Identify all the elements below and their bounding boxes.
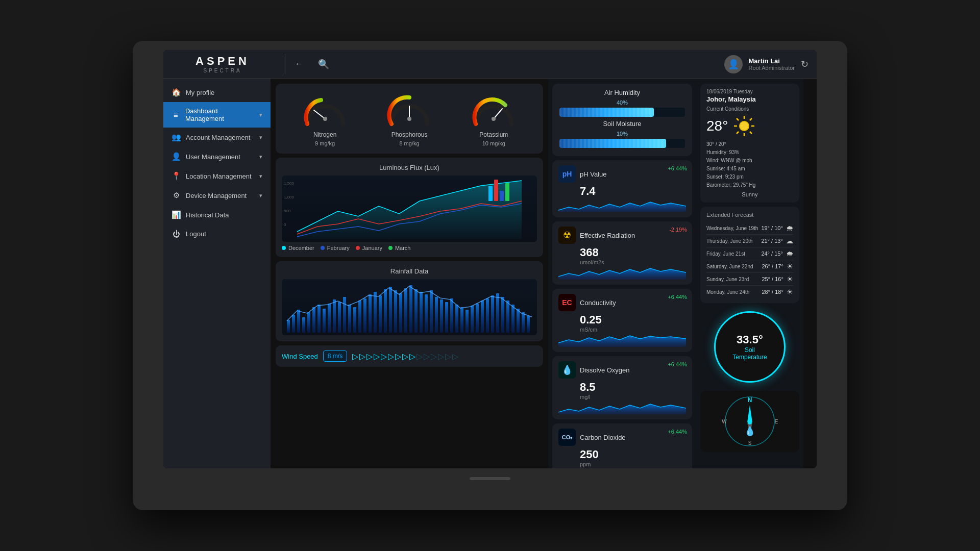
svg-rect-11 [488,186,493,201]
soil-temp-label: SoilTemperature [732,346,767,361]
conductivity-value: 0.25 [580,313,686,327]
co2-change: +6.44% [668,429,687,435]
rainfall-card: Rainfall Data [276,261,543,341]
potassium-gauge-svg [471,91,517,129]
svg-rect-37 [399,293,402,333]
ph-value-change: +6.44% [668,165,687,171]
carbon-dioxide-card: CO₂ Carbon Dioxide +6.44% 250 ppm [552,423,692,468]
air-humidity-bar-fill [559,108,654,117]
soil-temp-wrapper: 33.5° SoilTemperature [700,307,799,387]
svg-rect-57 [501,297,504,333]
rainfall-chart [282,279,537,335]
svg-rect-38 [404,288,407,333]
user-role: Root Administrator [749,65,795,71]
radiation-change: -2.19% [669,227,687,233]
svg-rect-25 [338,302,341,333]
ph-value-value: 7.4 [580,185,686,198]
svg-rect-17 [297,310,300,333]
svg-point-85 [748,420,752,424]
topbar-right: 👤 Martin Lai Root Administrator ↻ [724,55,808,73]
forecast-icon-5: ☀ [787,288,793,296]
forecast-temp-4: 25° / 16° [762,276,783,282]
svg-rect-54 [486,298,489,333]
ph-value-header: pH pH Value [558,165,686,183]
sidebar-item-user-management[interactable]: 👤 User Management ▾ [163,147,271,166]
radiation-title: Effective Radiation [580,232,635,239]
svg-rect-31 [369,294,372,333]
svg-rect-26 [343,297,346,333]
chevron-icon: ▾ [259,173,262,180]
wind-arrow-3: ▷ [366,352,373,361]
wind-arrow-6: ▷ [388,352,394,361]
sidebar-item-account-management[interactable]: 👥 Account Management ▾ [163,128,271,147]
svg-rect-32 [374,292,377,333]
legend-dot-december [282,246,286,250]
co2-unit: ppm [580,461,686,467]
weather-sunset: Sunset: 9:23 pm [706,173,793,181]
sidebar-item-device-management[interactable]: ⚙ Device Management ▾ [163,186,271,205]
forecast-icon-4: ☀ [787,275,793,283]
weather-date: 18/06/2019 Tuesday [706,89,793,94]
chevron-icon: ▾ [259,134,262,141]
effective-radiation-card: ☢ Effective Radiation -2.19% 368 umol/m2… [552,221,692,285]
oxygen-header: 💧 Dissolve Oxygen [558,361,686,379]
gauge-phosphorous: Phosphorous 8 mg/kg [386,91,432,146]
wind-arrow-2: ▷ [359,352,365,361]
co2-header: CO₂ Carbon Dioxide [558,429,686,446]
radiation-unit: umol/m2s [580,259,686,265]
forecast-title: Extended Forecast [706,212,793,218]
wind-label: Wind Speed [282,353,318,360]
weather-current-card: 18/06/2019 Tuesday Johor, Malaysia Curre… [700,84,799,203]
location-icon: 📍 [172,171,181,181]
wind-arrow-15: ▷ [452,352,458,361]
logo-subtitle: SPECTRA [203,68,241,73]
svg-rect-58 [506,300,509,333]
air-humidity-title: Air Humidity [559,89,685,96]
svg-rect-29 [358,300,361,333]
sidebar-item-label: User Management [186,153,240,161]
svg-text:0: 0 [284,222,286,227]
svg-text:E: E [775,419,778,424]
forecast-row-0: Wednesday, June 19th 19° / 10° 🌧 [706,222,793,235]
sensor-panel: Air Humidity 40% Soil Moisture 10% pH [548,79,696,468]
forecast-day-5: Monday, June 24th [706,289,758,295]
svg-rect-62 [527,316,530,333]
logo: ASPEN SPECTRA [172,55,274,73]
topbar-logout-icon[interactable]: ↻ [801,59,808,70]
forecast-icon-0: 🌧 [786,224,793,232]
sidebar-item-location-management[interactable]: 📍 Location Management ▾ [163,166,271,186]
forecast-temp-2: 24° / 15° [761,251,782,257]
sidebar-item-logout[interactable]: ⏻ Logout [163,224,271,243]
radiation-value: 368 [580,246,686,259]
forecast-icon-1: ☁ [786,237,793,245]
wind-arrow-12: ▷ [431,352,437,361]
sidebar-item-dashboard-management[interactable]: ≡ Dashboard Management ▾ [163,102,271,128]
back-button[interactable]: ← [291,56,307,72]
svg-rect-42 [425,294,428,333]
forecast-day-2: Friday, June 21st [706,251,758,257]
wind-arrow-7: ▷ [395,352,401,361]
legend-dot-january [356,246,360,250]
sidebar-item-my-profile[interactable]: 🏠 My profile [163,83,271,102]
oxygen-wave [558,402,686,414]
wind-value: 8 m/s [323,350,347,362]
soil-moisture-title: Soil Moisture [559,120,685,128]
sidebar-item-historical-data[interactable]: 📊 Historical Data [163,205,271,224]
wind-card: Wind Speed 8 m/s ▷ ▷ ▷ ▷ ▷ ▷ ▷ ▷ ▷ ▷ ▷ [276,345,543,367]
svg-rect-33 [379,295,382,333]
legend-december: December [282,245,314,251]
svg-line-74 [750,132,752,134]
svg-rect-34 [384,289,387,333]
air-humidity-pct: 40% [559,99,685,106]
conductivity-wave [558,335,686,347]
svg-rect-48 [455,305,458,333]
svg-text:1,000: 1,000 [284,195,295,199]
svg-marker-10 [297,181,522,239]
search-button[interactable]: 🔍 [315,56,332,73]
oxygen-value: 8.5 [580,381,686,394]
svg-rect-30 [363,298,366,333]
legend-march: March [388,245,411,251]
rainfall-title: Rainfall Data [282,267,537,275]
svg-rect-16 [292,315,295,333]
rainfall-svg [282,279,537,335]
